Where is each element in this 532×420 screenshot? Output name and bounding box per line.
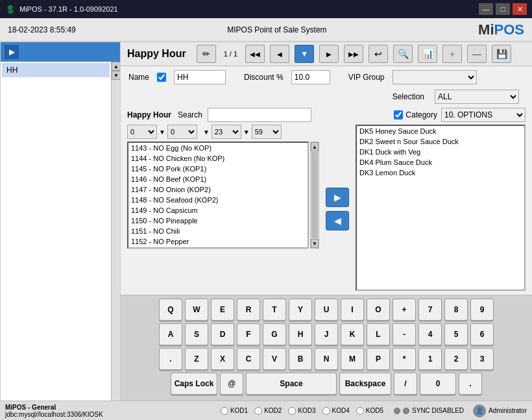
kod3-radio[interactable] [288, 407, 296, 415]
key-minus[interactable]: - [393, 323, 416, 345]
name-checkbox[interactable] [157, 73, 166, 82]
key-w[interactable]: W [185, 299, 208, 321]
nav-next-button[interactable]: ▶ [319, 45, 339, 63]
nav-down-button[interactable]: ▼ [295, 45, 314, 63]
scroll-up-arrow[interactable]: ▲ [112, 62, 120, 71]
key-0[interactable]: 0 [420, 373, 456, 395]
caps-lock-button[interactable]: Caps Lock [171, 373, 217, 395]
scroll-down-arrow[interactable]: ▼ [112, 71, 120, 80]
item-list-row[interactable]: 1143 - NO Egg (No KOP) [128, 143, 308, 153]
sidebar-item[interactable]: HH [2, 63, 110, 77]
key-asterisk[interactable]: * [393, 348, 416, 370]
selected-item-row[interactable]: DK5 Honey Sauce Duck [357, 126, 524, 136]
minimize-button[interactable]: — [479, 3, 493, 15]
key-c[interactable]: C [237, 348, 260, 370]
key-z[interactable]: Z [185, 348, 208, 370]
list-scroll-down[interactable]: ▼ [311, 239, 319, 248]
key-a[interactable]: A [159, 323, 182, 345]
key-9[interactable]: 9 [470, 299, 494, 321]
remove-button[interactable]: — [467, 45, 487, 63]
selection-select[interactable]: ALL [435, 90, 519, 104]
end-hour-select[interactable]: 23 [212, 125, 241, 139]
key-dot-right[interactable]: . [459, 373, 482, 395]
edit-button[interactable]: ✏ [197, 45, 216, 63]
kod4-radio[interactable] [322, 407, 330, 415]
key-q[interactable]: Q [159, 299, 182, 321]
key-f[interactable]: F [237, 323, 260, 345]
item-list-row[interactable]: 1153 - NO Garlic [128, 247, 308, 249]
selected-item-row[interactable]: DK3 Lemon Duck [357, 167, 524, 178]
maximize-button[interactable]: □ [496, 3, 510, 15]
key-slash[interactable]: / [394, 373, 417, 395]
key-g[interactable]: G [263, 323, 286, 345]
start-min-select[interactable]: 0 [167, 125, 197, 139]
close-button[interactable]: ✕ [513, 3, 527, 15]
sidebar-scrollbar[interactable]: ▲ ▼ [111, 62, 120, 401]
backspace-button[interactable]: Backspace [339, 373, 391, 395]
item-list-row[interactable]: 1148 - NO Seafood (KOP2) [128, 195, 308, 205]
key-plus[interactable]: + [393, 299, 416, 321]
save-button[interactable]: 💾 [492, 45, 511, 63]
transfer-left-button[interactable]: ◀ [326, 211, 349, 230]
key-dot-left[interactable]: . [159, 348, 182, 370]
key-5[interactable]: 5 [444, 323, 468, 345]
key-m[interactable]: M [341, 348, 364, 370]
key-l[interactable]: L [367, 323, 390, 345]
key-4[interactable]: 4 [418, 323, 442, 345]
item-list-row[interactable]: 1152 - NO Pepper [128, 236, 308, 247]
key-h[interactable]: H [289, 323, 312, 345]
sidebar-nav-button[interactable]: ▶ [5, 45, 19, 59]
add-button[interactable]: + [442, 45, 462, 63]
key-t[interactable]: T [263, 299, 286, 321]
space-button[interactable]: Space [246, 373, 337, 395]
undo-button[interactable]: ↩ [369, 45, 388, 63]
search-button[interactable]: 🔍 [393, 45, 413, 63]
vip-group-select[interactable] [393, 70, 477, 84]
key-s[interactable]: S [185, 323, 208, 345]
key-2[interactable]: 2 [444, 348, 468, 370]
key-y[interactable]: Y [289, 299, 312, 321]
key-3[interactable]: 3 [470, 348, 494, 370]
key-u[interactable]: U [315, 299, 338, 321]
item-list-row[interactable]: 1145 - NO Pork (KOP1) [128, 164, 308, 174]
key-at[interactable]: @ [220, 373, 243, 395]
end-min-select[interactable]: 59 [252, 125, 282, 139]
item-list-row[interactable]: 1149 - NO Capsicum [128, 205, 308, 216]
item-list-row[interactable]: 1151 - NO Chili [128, 226, 308, 236]
key-v[interactable]: V [263, 348, 286, 370]
nav-prev-button[interactable]: ◀ [270, 45, 289, 63]
key-n[interactable]: N [315, 348, 338, 370]
start-hour-select[interactable]: 0 [127, 125, 157, 139]
key-1[interactable]: 1 [418, 348, 442, 370]
nav-last-button[interactable]: ▶▶ [344, 45, 363, 63]
key-b[interactable]: B [289, 348, 312, 370]
category-select[interactable]: 10. OPTIONS [441, 108, 526, 122]
kod2-radio[interactable] [254, 407, 262, 415]
key-e[interactable]: E [211, 299, 234, 321]
selected-item-row[interactable]: DK1 Duck with Veg [357, 147, 524, 157]
key-i[interactable]: I [341, 299, 364, 321]
discount-input[interactable] [291, 70, 330, 84]
key-r[interactable]: R [237, 299, 260, 321]
item-list-row[interactable]: 1146 - NO Beef (KOP1) [128, 174, 308, 184]
nav-first-button[interactable]: ◀◀ [245, 45, 265, 63]
item-list-scrollbar[interactable]: ▲ ▼ [310, 142, 319, 249]
item-list-row[interactable]: 1150 - NO Pineapple [128, 216, 308, 226]
key-k[interactable]: K [341, 323, 364, 345]
key-j[interactable]: J [315, 323, 338, 345]
selected-item-row[interactable]: DK4 Plum Sauce Duck [357, 157, 524, 167]
item-list-row[interactable]: 1144 - NO Chicken (No KOP) [128, 153, 308, 164]
list-scroll-up[interactable]: ▲ [311, 142, 319, 151]
key-7[interactable]: 7 [418, 299, 442, 321]
kod5-radio[interactable] [356, 407, 364, 415]
key-o[interactable]: O [367, 299, 390, 321]
key-6[interactable]: 6 [470, 323, 494, 345]
kod1-radio[interactable] [221, 407, 228, 415]
key-d[interactable]: D [211, 323, 234, 345]
transfer-right-button[interactable]: ▶ [326, 188, 349, 207]
category-checkbox[interactable] [394, 110, 403, 119]
selected-item-row[interactable]: DK2 Sweet n Sour Sauce Duck [357, 136, 524, 147]
item-list-row[interactable]: 1147 - NO Onion (KOP2) [128, 184, 308, 195]
key-x[interactable]: X [211, 348, 234, 370]
key-p[interactable]: P [367, 348, 390, 370]
